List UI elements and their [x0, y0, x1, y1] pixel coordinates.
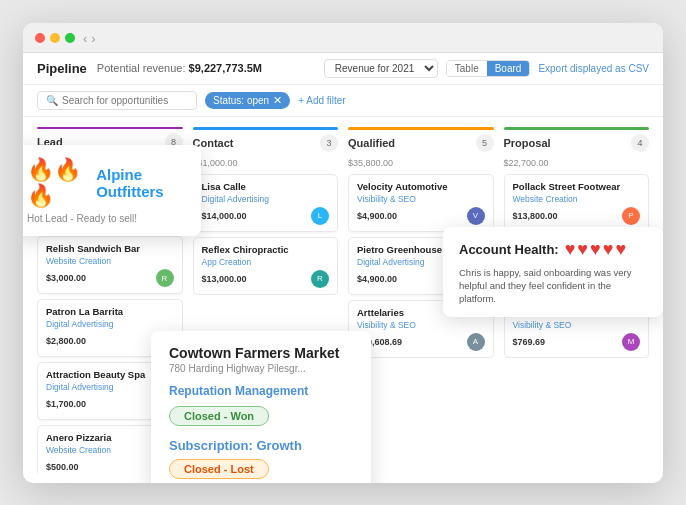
contact-header: Contact 3	[193, 134, 339, 152]
board-view-button[interactable]: Board	[487, 61, 530, 76]
table-view-button[interactable]: Table	[447, 61, 487, 76]
heart-1: ♥	[565, 239, 576, 260]
back-arrow[interactable]: ‹	[83, 31, 87, 46]
proposal-header: Proposal 4	[504, 134, 650, 152]
browser-chrome: ‹ ›	[23, 23, 663, 53]
add-filter-button[interactable]: + Add filter	[298, 95, 346, 106]
hearts-display: ♥ ♥ ♥ ♥ ♥	[565, 239, 626, 260]
cowtown-title: Cowtown Farmers Market	[169, 345, 353, 361]
closed-lost-badge: Closed - Lost	[169, 459, 269, 479]
proposal-title: Proposal	[504, 137, 551, 149]
search-box[interactable]: 🔍	[37, 91, 197, 110]
avatar: P	[622, 207, 640, 225]
subscription-title: Subscription: Growth	[169, 438, 353, 453]
contact-cards: Lisa Calle Digital Advertising $14,000.0…	[193, 174, 339, 295]
revenue-value: $9,227,773.5M	[189, 62, 262, 74]
lead-indicator	[37, 127, 183, 130]
closed-won-badge: Closed - Won	[169, 406, 269, 426]
potential-revenue-label: Potential revenue: $9,227,773.5M	[97, 62, 262, 74]
fire-icon: 🔥🔥🔥	[27, 157, 88, 209]
table-row[interactable]: Reflex Chiropractic App Creation $13,000…	[193, 237, 339, 295]
view-toggle: Table Board	[446, 60, 531, 77]
proposal-indicator	[504, 127, 650, 130]
contact-total: $61,000.00	[193, 158, 339, 168]
maximize-button[interactable]	[65, 33, 75, 43]
pipeline-label: Pipeline	[37, 61, 87, 76]
browser-content: Pipeline Potential revenue: $9,227,773.5…	[23, 53, 663, 483]
qualified-title: Qualified	[348, 137, 395, 149]
minimize-button[interactable]	[50, 33, 60, 43]
table-row[interactable]: Pollack Street Footwear Website Creation…	[504, 174, 650, 232]
avatar: R	[156, 269, 174, 287]
remove-filter-button[interactable]: ✕	[273, 94, 282, 107]
account-health-title: Account Health:	[459, 242, 559, 257]
account-health-popup: Account Health: ♥ ♥ ♥ ♥ ♥ Chris is happy…	[443, 227, 663, 318]
traffic-lights	[35, 33, 75, 43]
avatar: V	[467, 207, 485, 225]
alpine-title: Alpine Outfitters	[96, 166, 185, 200]
qualified-count: 5	[476, 134, 494, 152]
nav-arrows: ‹ ›	[83, 31, 96, 46]
filter-bar: 🔍 Status: open ✕ + Add filter	[23, 85, 663, 117]
cowtown-service: Reputation Management	[169, 384, 353, 398]
search-input[interactable]	[62, 95, 182, 106]
revenue-year-select[interactable]: Revenue for 2021	[324, 59, 438, 78]
proposal-count: 4	[631, 134, 649, 152]
alpine-outfitters-tooltip: 🔥🔥🔥 Alpine Outfitters Hot Lead - Ready t…	[23, 145, 201, 236]
avatar: A	[467, 333, 485, 351]
export-csv-link[interactable]: Export displayed as CSV	[538, 63, 649, 74]
heart-2: ♥	[577, 239, 588, 260]
heart-5: ♥	[615, 239, 626, 260]
forward-arrow[interactable]: ›	[91, 31, 95, 46]
alpine-subtitle: Hot Lead - Ready to sell!	[27, 213, 185, 224]
heart-3: ♥	[590, 239, 601, 260]
account-health-text: Chris is happy, said onboarding was very…	[459, 266, 647, 306]
qualified-indicator	[348, 127, 494, 130]
qualified-header: Qualified 5	[348, 134, 494, 152]
board-area: 🔥🔥🔥 Alpine Outfitters Hot Lead - Ready t…	[23, 117, 663, 483]
table-row[interactable]: Relish Sandwich Bar Website Creation $3,…	[37, 236, 183, 294]
cowtown-address: 780 Harding Highway Pilesgr...	[169, 363, 353, 374]
avatar: M	[622, 333, 640, 351]
qualified-total: $35,800.00	[348, 158, 494, 168]
avatar: L	[311, 207, 329, 225]
search-icon: 🔍	[46, 95, 58, 106]
table-row[interactable]: Lisa Calle Digital Advertising $14,000.0…	[193, 174, 339, 232]
top-bar-right: Revenue for 2021 Table Board Export disp…	[324, 59, 649, 78]
heart-4: ♥	[603, 239, 614, 260]
cowtown-popup: Cowtown Farmers Market 780 Harding Highw…	[151, 331, 371, 483]
top-bar: Pipeline Potential revenue: $9,227,773.5…	[23, 53, 663, 85]
contact-count: 3	[320, 134, 338, 152]
proposal-total: $22,700.00	[504, 158, 650, 168]
avatar: R	[311, 270, 329, 288]
table-row[interactable]: Velocity Automotive Visibility & SEO $4,…	[348, 174, 494, 232]
close-button[interactable]	[35, 33, 45, 43]
contact-indicator	[193, 127, 339, 130]
status-filter-tag: Status: open ✕	[205, 92, 290, 109]
browser-window: ‹ › Pipeline Potential revenue: $9,227,7…	[23, 23, 663, 483]
